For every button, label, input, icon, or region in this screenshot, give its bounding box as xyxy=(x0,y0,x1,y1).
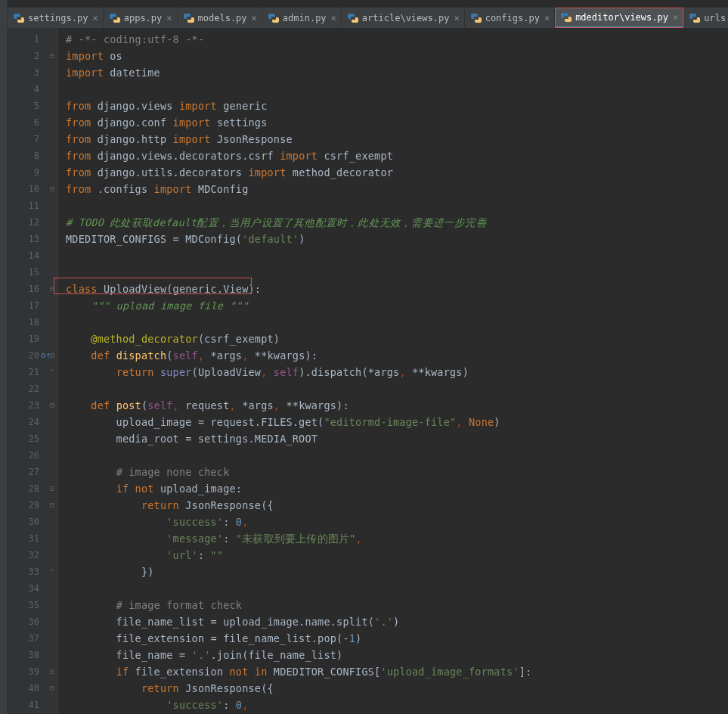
line-number[interactable]: 11 xyxy=(8,197,57,214)
code-line[interactable]: return super(UploadView, self).dispatch(… xyxy=(66,364,728,380)
code-line[interactable]: 'success': 0, xyxy=(66,697,728,713)
tab-mdeditor-views-py[interactable]: mdeditor\views.py× xyxy=(555,8,683,28)
line-number[interactable]: 39⊟ xyxy=(8,663,57,680)
line-number[interactable]: 36 xyxy=(8,613,57,630)
line-number[interactable]: 41 xyxy=(8,697,57,713)
tab-configs-py[interactable]: configs.py× xyxy=(465,8,555,28)
line-number[interactable]: 20⊟o↑ xyxy=(8,347,57,364)
close-icon[interactable]: × xyxy=(673,13,678,22)
code-line[interactable] xyxy=(66,314,728,331)
line-number[interactable]: 27 xyxy=(8,464,57,480)
line-number[interactable]: 3 xyxy=(8,64,57,81)
code-line[interactable]: MDEDITOR_CONFIGS = MDConfig('default') xyxy=(66,231,728,247)
fold-end-icon[interactable]: ⌃ xyxy=(50,563,54,580)
code-line[interactable]: 'success': 0, xyxy=(66,514,728,530)
fold-collapse-icon[interactable]: ⊟ xyxy=(50,480,54,497)
close-icon[interactable]: × xyxy=(166,14,172,23)
line-number[interactable]: 1 xyxy=(8,31,57,48)
code-line[interactable]: from django.views import generic xyxy=(66,98,728,114)
code-line[interactable]: 'url': "" xyxy=(66,547,728,563)
line-number[interactable]: 25 xyxy=(8,430,57,447)
line-number[interactable]: 6 xyxy=(8,114,57,131)
code-line[interactable]: from django.views.decorators.csrf import… xyxy=(66,147,728,164)
code-editor[interactable]: 12⊟345678910⊟111213141516⊟17181920⊟o↑21⌃… xyxy=(8,28,728,714)
line-number[interactable]: 37 xyxy=(8,630,57,647)
line-number[interactable]: 28⊟ xyxy=(8,480,57,497)
code-line[interactable] xyxy=(66,447,728,464)
close-icon[interactable]: × xyxy=(92,14,98,23)
line-number[interactable]: 40⊟ xyxy=(8,680,57,697)
code-line[interactable]: import os xyxy=(66,48,728,64)
tab-admin-py[interactable]: admin.py× xyxy=(262,8,342,28)
tab-apps-py[interactable]: apps.py× xyxy=(104,8,178,28)
code-line[interactable]: from .configs import MDConfig xyxy=(66,181,728,197)
line-number[interactable]: 17 xyxy=(8,297,57,314)
fold-collapse-icon[interactable]: ⊟ xyxy=(50,48,54,64)
fold-collapse-icon[interactable]: ⊟ xyxy=(50,497,54,514)
code-line[interactable]: if file_extension not in MDEDITOR_CONFIG… xyxy=(66,663,728,680)
code-line[interactable]: from django.conf import settings xyxy=(66,114,728,131)
line-number[interactable]: 35 xyxy=(8,597,57,613)
code-line[interactable] xyxy=(66,197,728,214)
code-line[interactable]: def post(self, request, *args, **kwargs)… xyxy=(66,397,728,414)
code-line[interactable]: }) xyxy=(66,563,728,580)
line-number[interactable]: 19 xyxy=(8,331,57,347)
code-line[interactable]: if not upload_image: xyxy=(66,480,728,497)
code-line[interactable] xyxy=(66,380,728,397)
code-line[interactable] xyxy=(66,81,728,98)
code-area[interactable]: # -*- coding:utf-8 -*-import osimport da… xyxy=(58,28,728,714)
line-number[interactable]: 14 xyxy=(8,247,57,264)
tab-models-py[interactable]: models.py× xyxy=(178,8,262,28)
line-number[interactable]: 24 xyxy=(8,414,57,430)
code-line[interactable] xyxy=(66,580,728,597)
code-line[interactable]: file_name_list = upload_image.name.split… xyxy=(66,613,728,630)
line-number[interactable]: 29⊟ xyxy=(8,497,57,514)
close-icon[interactable]: × xyxy=(331,14,336,23)
close-icon[interactable]: × xyxy=(454,14,459,23)
code-line[interactable]: upload_image = request.FILES.get("editor… xyxy=(66,414,728,430)
line-number[interactable]: 4 xyxy=(8,81,57,98)
code-line[interactable]: # image format check xyxy=(66,597,728,613)
code-line[interactable]: class UploadView(generic.View): xyxy=(66,281,728,297)
line-number[interactable]: 9 xyxy=(8,164,57,181)
line-number[interactable]: 10⊟ xyxy=(8,181,57,197)
tab-urls-py[interactable]: urls.py× xyxy=(683,8,728,28)
line-number[interactable]: 33⌃ xyxy=(8,563,57,580)
line-number[interactable]: 16⊟ xyxy=(8,281,57,297)
code-line[interactable]: import datetime xyxy=(66,64,728,81)
code-line[interactable]: # TODO 此处获取default配置，当用户设置了其他配置时，此处无效，需要… xyxy=(66,214,728,231)
line-number[interactable]: 18 xyxy=(8,314,57,331)
line-number[interactable]: 22 xyxy=(8,380,57,397)
fold-collapse-icon[interactable]: ⊟ xyxy=(50,397,54,414)
code-line[interactable]: # image none check xyxy=(66,464,728,480)
close-icon[interactable]: × xyxy=(544,14,550,23)
line-number[interactable]: 5 xyxy=(8,98,57,114)
line-number[interactable]: 31 xyxy=(8,530,57,547)
code-line[interactable]: return JsonResponse({ xyxy=(66,497,728,514)
line-number[interactable]: 15 xyxy=(8,264,57,281)
tab-article-views-py[interactable]: article\views.py× xyxy=(342,8,465,28)
line-number[interactable]: 23⊟ xyxy=(8,397,57,414)
fold-collapse-icon[interactable]: ⊟ xyxy=(50,680,54,697)
line-number[interactable]: 32 xyxy=(8,547,57,563)
code-line[interactable]: 'message': "未获取到要上传的图片", xyxy=(66,530,728,547)
fold-collapse-icon[interactable]: ⊟ xyxy=(50,281,54,297)
line-number[interactable]: 2⊟ xyxy=(8,48,57,64)
code-line[interactable]: from django.http import JsonResponse xyxy=(66,131,728,147)
override-icon[interactable]: o↑ xyxy=(41,347,51,364)
fold-collapse-icon[interactable]: ⊟ xyxy=(50,181,54,197)
code-line[interactable] xyxy=(66,247,728,264)
line-number[interactable]: 21⌃ xyxy=(8,364,57,380)
code-line[interactable]: def dispatch(self, *args, **kwargs): xyxy=(66,347,728,364)
code-line[interactable] xyxy=(66,264,728,281)
line-number[interactable]: 8 xyxy=(8,147,57,164)
code-line[interactable]: media_root = settings.MEDIA_ROOT xyxy=(66,430,728,447)
line-number[interactable]: 7 xyxy=(8,131,57,147)
code-line[interactable]: file_name = '.'.join(file_name_list) xyxy=(66,647,728,663)
line-number[interactable]: 30 xyxy=(8,514,57,530)
code-line[interactable]: @method_decorator(csrf_exempt) xyxy=(66,331,728,347)
line-number[interactable]: 12 xyxy=(8,214,57,231)
line-number[interactable]: 38 xyxy=(8,647,57,663)
code-line[interactable]: return JsonResponse({ xyxy=(66,680,728,697)
code-line[interactable]: # -*- coding:utf-8 -*- xyxy=(66,31,728,48)
